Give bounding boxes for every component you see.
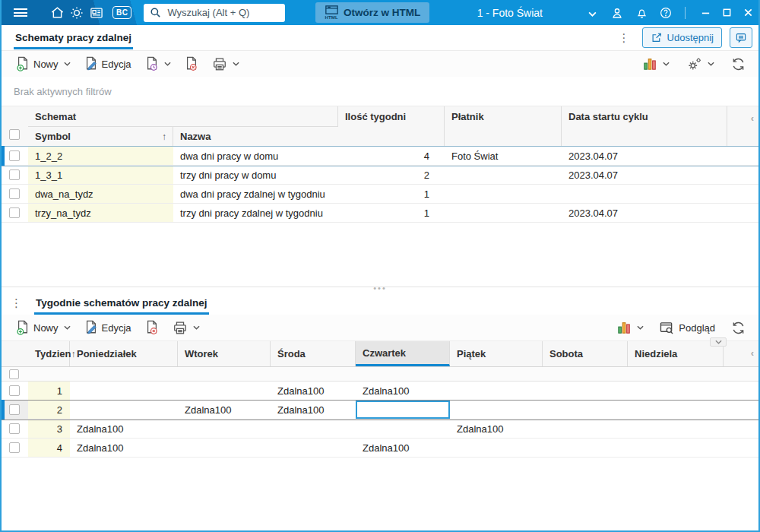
cell-sobota[interactable] xyxy=(543,420,628,438)
column-header-sobota[interactable]: Sobota xyxy=(543,341,628,366)
bc-badge-icon[interactable]: BC xyxy=(112,6,131,19)
cell-nazwa[interactable]: trzy dni pracy w domu xyxy=(173,166,338,184)
row-checkbox[interactable] xyxy=(9,442,20,453)
cell-niedziela[interactable] xyxy=(628,420,724,438)
print-button[interactable] xyxy=(167,318,205,337)
cell-czwartek[interactable] xyxy=(356,420,450,438)
cell-sroda[interactable]: Zdalna100 xyxy=(271,382,356,400)
maximize-button[interactable] xyxy=(716,3,737,23)
delete-button[interactable] xyxy=(140,318,164,337)
delete-button[interactable] xyxy=(179,54,204,74)
company-selector[interactable]: 1 - Foto Świat xyxy=(477,7,597,19)
column-header-wtorek[interactable]: Wtorek xyxy=(178,341,271,366)
close-button[interactable] xyxy=(737,3,758,23)
column-header-czwartek[interactable]: Czwartek xyxy=(356,341,450,366)
cell-wtorek[interactable]: Zdalna100 xyxy=(178,401,271,419)
row-checkbox[interactable] xyxy=(9,385,20,396)
cell-sobota[interactable] xyxy=(543,401,628,419)
new-button[interactable]: Nowy xyxy=(11,318,76,337)
tab-schematy-pracy-zdalnej[interactable]: Schematy pracy zdalnej xyxy=(14,26,133,49)
cell-symbol[interactable]: 1_3_1 xyxy=(28,166,173,184)
cell-piatek[interactable] xyxy=(450,439,543,457)
cell-data[interactable]: 2023.04.07 xyxy=(562,204,727,222)
print-button[interactable] xyxy=(207,55,245,74)
cell-ilosc[interactable]: 1 xyxy=(338,204,445,222)
cell-poniedzialek[interactable]: Zdalna100 xyxy=(70,420,178,438)
cell-piatek[interactable] xyxy=(450,382,543,400)
row-checkbox[interactable] xyxy=(9,404,20,415)
cell-tydzien[interactable]: 2 xyxy=(28,401,70,419)
hamburger-menu-icon[interactable] xyxy=(11,3,30,23)
edit-button[interactable]: Edycja xyxy=(79,318,137,337)
table-row[interactable]: 4 Zdalna100 Zdalna100 xyxy=(2,439,758,458)
cell-symbol[interactable]: 1_2_2 xyxy=(28,147,173,165)
chart-button[interactable] xyxy=(638,55,675,73)
sort-ascending-icon[interactable]: ↑ xyxy=(162,131,166,142)
cell-wtorek[interactable] xyxy=(178,420,271,438)
collapse-panel-icon[interactable]: ‹ xyxy=(724,341,758,366)
news-icon[interactable] xyxy=(87,3,106,23)
collapse-panel-icon[interactable]: ‹ xyxy=(727,106,758,146)
column-header-platnik[interactable]: Płatnik xyxy=(445,106,562,146)
refresh-button[interactable] xyxy=(726,318,751,337)
table-row[interactable]: 1 Zdalna100 Zdalna100 xyxy=(2,382,758,401)
cell-platnik[interactable] xyxy=(445,204,562,222)
cell-data[interactable]: 2023.04.07 xyxy=(562,147,727,165)
table-row[interactable]: 3 Zdalna100 Zdalna100 xyxy=(2,420,758,439)
cell-ilosc[interactable]: 2 xyxy=(338,166,445,184)
cell-platnik[interactable]: Foto Świat xyxy=(445,147,562,165)
cell-poniedzialek[interactable]: Zdalna100 xyxy=(70,439,178,457)
focused-cell-czwartek[interactable] xyxy=(356,401,450,419)
cell-niedziela[interactable] xyxy=(628,382,724,400)
tab-tygodnie-schematow[interactable]: Tygodnie schematów pracy zdalnej xyxy=(34,291,209,315)
cell-data[interactable]: 2023.04.07 xyxy=(562,166,727,184)
cell-wtorek[interactable] xyxy=(178,382,271,400)
table-row[interactable]: dwa_na_tydz dwa dni pracy zdalnej w tygo… xyxy=(2,185,758,204)
chat-button[interactable] xyxy=(730,27,752,48)
help-icon[interactable] xyxy=(656,3,676,23)
cell-czwartek[interactable]: Zdalna100 xyxy=(356,439,450,457)
column-header-sroda[interactable]: Środa xyxy=(271,341,356,366)
cell-sobota[interactable] xyxy=(543,439,628,457)
search-input[interactable] xyxy=(166,6,279,19)
row-checkbox[interactable] xyxy=(9,169,20,180)
history-button[interactable] xyxy=(140,54,176,74)
home-icon[interactable] xyxy=(47,3,67,23)
cell-tydzien[interactable]: 4 xyxy=(28,439,70,457)
column-header-piatek[interactable]: Piątek xyxy=(450,341,543,366)
edit-button[interactable]: Edycja xyxy=(79,54,137,74)
share-button[interactable]: Udostępnij xyxy=(642,27,722,48)
cell-poniedzialek[interactable] xyxy=(70,401,178,419)
select-all-checkbox[interactable] xyxy=(9,369,19,379)
cell-platnik[interactable] xyxy=(445,185,562,203)
column-header-ilosc-tygodni[interactable]: Ilość tygodni xyxy=(338,106,445,146)
row-checkbox[interactable] xyxy=(9,188,20,199)
cell-tydzien[interactable]: 3 xyxy=(28,420,70,438)
panel-splitter[interactable]: ••• xyxy=(2,287,758,290)
cell-poniedzialek[interactable] xyxy=(70,382,178,400)
cell-nazwa[interactable]: dwa dni pracy w domu xyxy=(173,147,338,165)
cell-sroda[interactable]: Zdalna100 xyxy=(271,401,356,419)
cell-niedziela[interactable] xyxy=(628,439,724,457)
cell-symbol[interactable]: trzy_na_tydz xyxy=(28,204,173,222)
select-all-checkbox[interactable] xyxy=(9,129,20,140)
column-header-data-startu[interactable]: Data startu cyklu xyxy=(562,106,727,146)
column-group-schemat[interactable]: Schemat xyxy=(28,106,338,127)
cell-wtorek[interactable] xyxy=(178,439,271,457)
cell-symbol[interactable]: dwa_na_tydz xyxy=(28,185,173,203)
cell-sobota[interactable] xyxy=(543,382,628,400)
cell-sroda[interactable] xyxy=(271,439,356,457)
more-options-icon[interactable]: ⋮ xyxy=(6,296,27,310)
scroll-down-indicator[interactable] xyxy=(710,337,727,347)
user-icon[interactable] xyxy=(607,3,627,23)
open-in-html-button[interactable]: HTML Otwórz w HTML xyxy=(315,2,429,23)
row-checkbox[interactable] xyxy=(9,207,20,218)
settings-button[interactable] xyxy=(681,55,720,74)
row-checkbox[interactable] xyxy=(9,150,20,161)
cell-platnik[interactable] xyxy=(445,166,562,184)
minimize-button[interactable] xyxy=(695,3,716,23)
column-header-poniedzialek[interactable]: Poniedziałek xyxy=(70,341,178,366)
cell-niedziela[interactable] xyxy=(628,401,724,419)
cell-data[interactable] xyxy=(562,185,727,203)
more-options-icon[interactable]: ⋮ xyxy=(614,30,635,45)
